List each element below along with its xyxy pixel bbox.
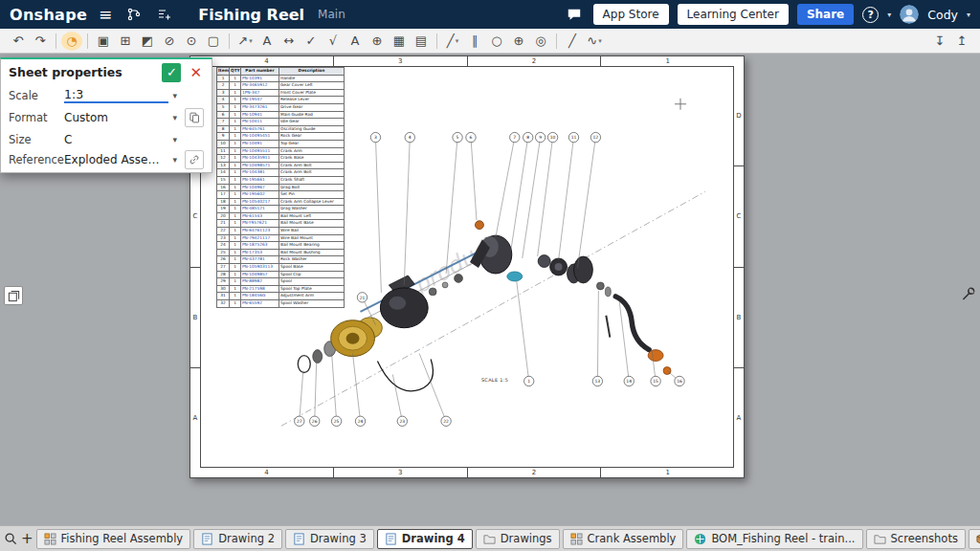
size-dropdown[interactable]: C ▾ <box>61 132 180 147</box>
construction-line-icon[interactable]: ∥ <box>464 32 485 51</box>
reference-label: Reference <box>9 153 56 166</box>
help-icon[interactable]: ? <box>862 7 879 23</box>
balloon: 7 <box>510 132 520 142</box>
close-button[interactable]: ✕ <box>188 64 204 81</box>
assembly-icon <box>570 533 583 545</box>
section-view-icon[interactable]: ⊘ <box>159 32 180 51</box>
note-icon[interactable]: A <box>256 32 278 51</box>
centerline-icon[interactable]: ╱▾ <box>442 32 463 51</box>
svg-text:8: 8 <box>526 135 529 140</box>
format-dropdown[interactable]: Custom ▾ <box>61 110 180 125</box>
svg-text:16: 16 <box>677 379 682 384</box>
exploded-view: produc <box>190 56 744 477</box>
app-store-button[interactable]: App Store <box>593 4 669 25</box>
configuration-wrench-icon[interactable] <box>957 283 978 304</box>
folder-icon <box>874 533 886 545</box>
scale-input[interactable] <box>64 87 168 103</box>
reference-link-icon[interactable] <box>185 150 204 169</box>
dropdown-caret-icon[interactable]: ▾ <box>598 37 602 45</box>
learning-center-button[interactable]: Learning Center <box>678 4 789 25</box>
balloon: 16 <box>675 376 684 386</box>
projected-view-icon[interactable]: ⊞ <box>115 32 136 51</box>
help-caret-icon[interactable]: ▾ <box>887 11 891 19</box>
svg-text:10: 10 <box>550 135 556 140</box>
geometric-tolerance-icon[interactable]: ✓ <box>301 32 322 51</box>
sheets-panel-icon[interactable] <box>4 286 23 305</box>
dimension-icon[interactable]: ↔ <box>278 32 300 51</box>
crop-view-icon[interactable]: ▢ <box>203 32 224 51</box>
svg-text:12: 12 <box>593 135 599 140</box>
export-table-icon[interactable]: ↧ <box>929 32 950 51</box>
tab-spool[interactable]: Spool <box>969 529 980 549</box>
undo-icon[interactable]: ↶ <box>8 32 29 51</box>
panel-title: Sheet properties <box>9 65 155 79</box>
insert-elements-icon[interactable] <box>154 4 175 25</box>
tab-drawing-3[interactable]: Drawing 3 <box>285 529 374 549</box>
tab-crank-assembly[interactable]: Crank Assembly <box>563 529 684 549</box>
format-caret-icon: ▾ <box>172 113 177 122</box>
format-label: Format <box>9 111 56 124</box>
main-menu-icon[interactable]: ≡ <box>97 5 114 24</box>
spline-icon[interactable]: ∿▾ <box>584 32 605 51</box>
balloon: 1 <box>524 376 534 386</box>
balloon: 6 <box>466 132 476 142</box>
svg-text:11: 11 <box>571 135 577 140</box>
center-mark-icon[interactable]: ⊕ <box>508 32 529 51</box>
redo-icon[interactable]: ↷ <box>30 32 51 51</box>
hole-table-icon[interactable]: ▦ <box>389 32 410 51</box>
reference-caret-icon: ▾ <box>172 155 177 165</box>
balloon: 21 <box>357 293 367 302</box>
search-tabs-icon[interactable] <box>4 528 18 549</box>
scale-label: Scale <box>9 89 56 102</box>
sheet-properties-panel: Sheet properties ✓ ✕ Scale ▾ Format Cust… <box>0 57 212 173</box>
drawing-sheet[interactable]: 4321 4321 DCBA DCBA Item No.QTYPart numb… <box>189 55 745 478</box>
update-views-icon[interactable]: ◔ <box>61 32 82 51</box>
svg-text:21: 21 <box>360 296 366 300</box>
detail-view-icon[interactable]: ⊙ <box>181 32 202 51</box>
copy-format-icon[interactable] <box>185 108 204 127</box>
thread-icon[interactable]: ◎ <box>530 32 551 51</box>
svg-text:5: 5 <box>457 135 459 140</box>
tab-bom-fishing-reel-train[interactable]: BOM_Fishing Reel - train... <box>686 529 862 549</box>
inspection-symbol-icon[interactable]: ⊕ <box>367 32 388 51</box>
drawing-canvas[interactable]: 4321 4321 DCBA DCBA Item No.QTYPart numb… <box>0 54 980 525</box>
apply-button[interactable]: ✓ <box>162 63 181 82</box>
avatar[interactable] <box>900 5 919 24</box>
share-button[interactable]: Share <box>797 4 854 25</box>
export-drawing-icon[interactable]: ↥ <box>951 32 972 51</box>
surface-finish-icon[interactable]: √ <box>323 32 344 51</box>
tab-drawing-4[interactable]: Drawing 4 <box>377 529 473 549</box>
size-caret-icon: ▾ <box>172 135 177 144</box>
circle-icon[interactable]: ○ <box>486 32 507 51</box>
reference-dropdown[interactable]: Exploded Assembly ▾ <box>61 152 180 167</box>
user-menu-caret-icon[interactable]: ▾ <box>967 11 970 19</box>
balloon: 9 <box>535 132 545 142</box>
user-name[interactable]: Cody <box>927 8 958 22</box>
dropdown-caret-icon[interactable]: ▾ <box>456 37 459 45</box>
tab-fishing-reel-assembly[interactable]: Fishing Reel Assembly <box>36 529 191 549</box>
bom-table-icon[interactable]: ▤ <box>411 32 432 51</box>
svg-text:24: 24 <box>358 419 364 424</box>
toolbar-separator <box>229 33 230 49</box>
comments-icon[interactable] <box>564 4 585 25</box>
balloon: 4 <box>405 132 414 142</box>
scale-caret-icon[interactable]: ▾ <box>172 91 177 100</box>
view-origin-crosshair <box>675 99 686 110</box>
workspace-label: Main <box>318 8 345 21</box>
auxiliary-view-icon[interactable]: ◩ <box>137 32 158 51</box>
tab-screenshots[interactable]: Screenshots <box>866 529 966 549</box>
tab-drawing-2[interactable]: Drawing 2 <box>193 529 282 549</box>
versions-icon[interactable] <box>123 4 145 25</box>
sketch-line-icon[interactable]: ╱ <box>562 32 583 51</box>
size-row: Size C ▾ <box>1 128 212 150</box>
balloon: 11 <box>568 132 578 142</box>
svg-text:3: 3 <box>374 135 377 140</box>
insert-view-icon[interactable]: ▣ <box>93 32 114 51</box>
top-bar: Onshape ≡ Fishing Reel Main App Store Le… <box>0 0 980 29</box>
dropdown-caret-icon[interactable]: ▾ <box>249 37 253 45</box>
tab-drawings[interactable]: Drawings <box>476 529 560 549</box>
drawing-icon <box>385 533 397 545</box>
text-icon[interactable]: A <box>345 32 366 51</box>
callout-icon[interactable]: ↗▾ <box>234 32 256 51</box>
add-tab-button[interactable]: + <box>21 528 33 549</box>
